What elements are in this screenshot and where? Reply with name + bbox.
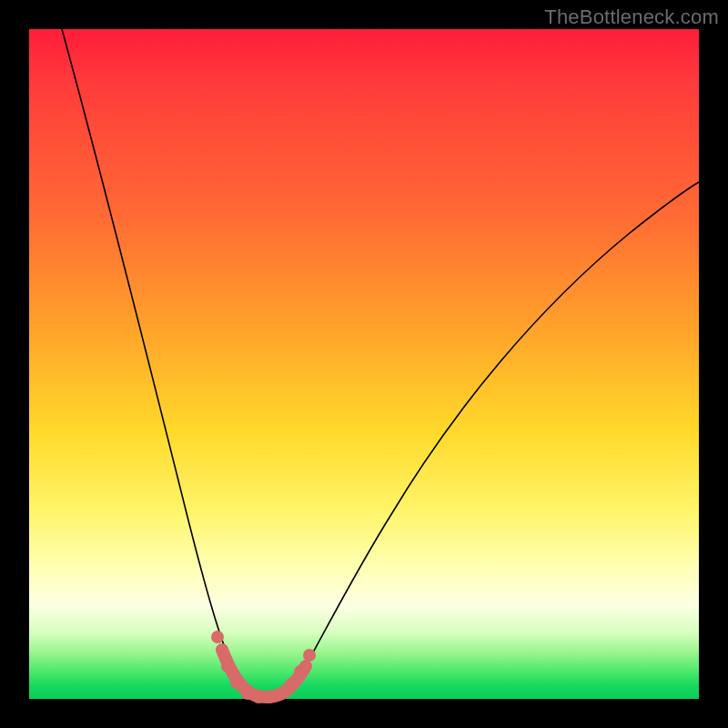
- highlight-dot: [241, 687, 254, 700]
- highlight-dot: [274, 687, 287, 700]
- highlight-dot: [303, 649, 316, 662]
- highlight-dot: [252, 691, 265, 703]
- chart-frame: TheBottleneck.com: [0, 0, 728, 728]
- highlight-dot: [230, 676, 243, 689]
- plot-area: [29, 29, 699, 699]
- bottleneck-curve: [62, 29, 699, 698]
- highlight-dot: [221, 660, 234, 672]
- curve-svg: [29, 29, 699, 699]
- highlight-dot: [211, 631, 224, 643]
- highlight-dot: [263, 691, 276, 703]
- highlight-dot: [285, 678, 298, 691]
- highlight-dot: [294, 665, 307, 678]
- watermark-label: TheBottleneck.com: [544, 5, 719, 29]
